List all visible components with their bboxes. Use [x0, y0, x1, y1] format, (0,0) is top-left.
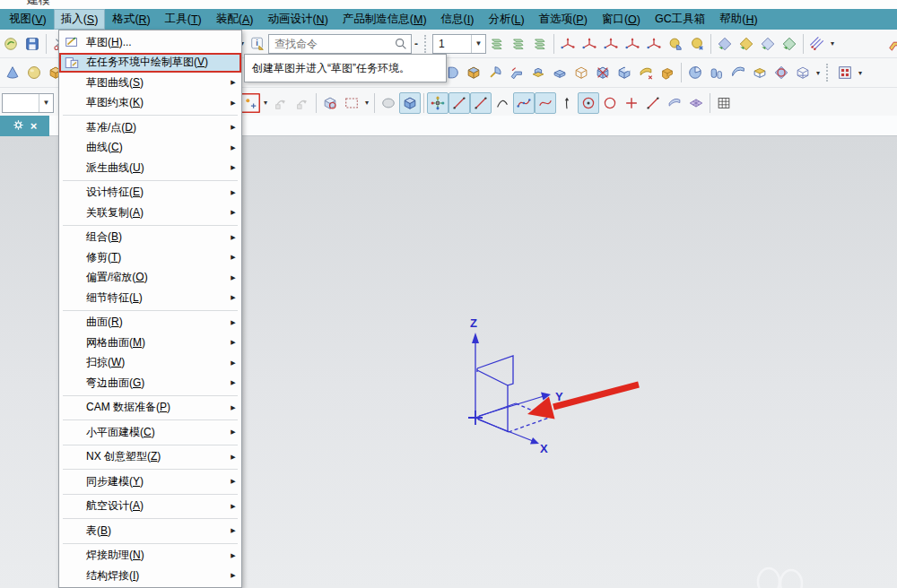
menu-item-R[interactable]: 曲面(R)▶ [59, 313, 241, 333]
datum-plane-icon[interactable] [622, 33, 643, 55]
touch-select-icon[interactable] [319, 92, 341, 114]
redo-disabled-icon[interactable] [270, 92, 292, 114]
shaded-cube-view-icon[interactable] [792, 62, 814, 83]
menu-item-U[interactable]: 派生曲线(U)▶ [59, 158, 241, 178]
table-grid-icon[interactable] [713, 92, 735, 114]
sphere-primitive-icon[interactable] [23, 62, 45, 83]
menubar-item-I[interactable]: 信息(I) [434, 9, 482, 30]
feature-more-dropdown-icon[interactable]: ▾ [814, 69, 823, 77]
menu-item-O[interactable]: 偏置/缩放(O)▶ [59, 268, 241, 289]
menu-item-Z[interactable]: NX 创意塑型(Z)▶ [59, 447, 241, 468]
csys-orient-icon[interactable] [643, 33, 665, 55]
menu-item-A[interactable]: 关联复制(A)▶ [59, 203, 241, 223]
sketch-plane-combo[interactable]: ▼ [2, 93, 54, 113]
section-view-icon[interactable] [806, 33, 828, 55]
named-view-side-icon[interactable] [757, 33, 779, 55]
navigator-panel-tab[interactable]: × [0, 116, 49, 136]
datum-csys-icon[interactable] [557, 33, 579, 55]
circle-icon[interactable] [599, 92, 621, 114]
menu-item-C[interactable]: 小平面建模(C)▶ [59, 422, 241, 443]
menu-item-W[interactable]: 扫掠(W)▶ [59, 353, 241, 374]
point-icon[interactable] [621, 92, 642, 114]
line-icon[interactable] [470, 92, 492, 114]
menubar-item-T[interactable]: 工具(T) [158, 9, 209, 30]
menubar-item-A[interactable]: 装配(A) [209, 9, 261, 30]
arc-icon[interactable] [492, 92, 513, 114]
studio-spline-icon[interactable] [513, 92, 535, 114]
menu-item-G[interactable]: 弯边曲面(G)▶ [59, 373, 241, 393]
toolbar-drag-handle[interactable] [424, 35, 429, 53]
select-mode-dropdown-icon[interactable]: ▾ [362, 99, 371, 107]
menu-item-T[interactable]: 修剪(T)▶ [59, 247, 241, 268]
window-layout-icon[interactable] [834, 62, 856, 83]
revolve-icon[interactable] [484, 62, 506, 83]
command-search-box[interactable] [268, 34, 412, 54]
menu-item-K[interactable]: 草图约束(K)▶ [59, 93, 241, 114]
menubar-item-P[interactable]: 首选项(P) [532, 9, 595, 30]
menu-item-E[interactable]: 设计特征(E)▶ [59, 183, 241, 203]
subtract-icon[interactable] [592, 62, 614, 83]
menu-item-A[interactable]: 航空设计(A)▶ [59, 497, 241, 517]
solid-body-select-icon[interactable] [399, 92, 421, 114]
view-rotate-icon[interactable] [686, 33, 708, 55]
datum-point-icon[interactable] [579, 33, 600, 55]
swept-sheet-icon[interactable] [727, 62, 749, 83]
menu-item-D[interactable]: 基准/点(D)▶ [59, 117, 241, 138]
search-icon[interactable] [393, 36, 409, 52]
sketch-plane-combo-arrow-icon[interactable]: ▼ [39, 94, 53, 112]
mesh-surface-icon[interactable] [685, 92, 707, 114]
section-view-dropdown-icon[interactable]: ▾ [828, 39, 837, 48]
paste-disabled-icon[interactable] [292, 92, 313, 114]
menubar-item-R[interactable]: 格式(R) [105, 9, 157, 30]
menu-item-H[interactable]: 草图(H)... [59, 32, 241, 53]
named-view-iso-icon[interactable] [779, 33, 800, 55]
toolbar-drag-handle[interactable] [826, 64, 831, 82]
open-icon[interactable] [0, 33, 22, 55]
menu-item-L[interactable]: 细节特征(L)▶ [59, 288, 241, 308]
menu-item-P[interactable]: CAM 数据准备(P)▶ [59, 398, 241, 419]
pad-icon[interactable] [527, 62, 549, 83]
menubar-item-O[interactable]: 窗口(O) [595, 9, 648, 30]
layer-visible-in-view-icon[interactable] [508, 33, 529, 55]
menu-item-S[interactable]: 草图曲线(S)▶ [59, 73, 241, 93]
menubar-item-GC工具箱[interactable]: GC工具箱 [648, 9, 712, 30]
menu-item-Y[interactable]: 同步建模(Y)▶ [59, 471, 241, 492]
fit-curve-icon[interactable] [535, 92, 556, 114]
block-feature-icon[interactable] [570, 62, 592, 83]
minimize-search-dash[interactable]: - [414, 38, 418, 50]
gear-icon[interactable] [13, 119, 24, 134]
command-finder-tip-icon[interactable]: i [247, 33, 268, 55]
close-icon[interactable]: × [30, 120, 38, 132]
edge-clipped-tool-icon[interactable] [884, 33, 897, 55]
unite-icon[interactable] [614, 62, 635, 83]
surface-icon[interactable] [664, 92, 685, 114]
menu-item-I[interactable]: 结构焊接(I)▶ [59, 566, 241, 586]
point-axis-icon[interactable] [556, 92, 578, 114]
menubar-item-N[interactable]: 动画设计(N) [260, 9, 335, 30]
pocket-icon[interactable] [657, 62, 678, 83]
line2-icon[interactable] [642, 92, 664, 114]
menubar-item-L[interactable]: 分析(L) [481, 9, 531, 30]
sphere-cut-icon[interactable] [684, 62, 706, 83]
menu-item-N[interactable]: 焊接助理(N)▶ [59, 546, 241, 566]
named-view-top-icon[interactable] [736, 33, 757, 55]
layer-settings-icon[interactable] [486, 33, 508, 55]
cone-primitive-icon[interactable] [2, 62, 23, 83]
wrap-geometry-icon[interactable] [771, 62, 792, 83]
rectangle-select-icon[interactable] [341, 92, 362, 114]
flange-icon[interactable] [506, 62, 527, 83]
menu-item-B[interactable]: 组合(B)▶ [59, 228, 241, 248]
menubar-item-V[interactable]: 视图(V) [2, 9, 54, 30]
menu-item-V[interactable]: 在任务环境中绘制草图(V) [59, 53, 241, 74]
view-layer-combo-arrow-icon[interactable]: ▼ [471, 35, 485, 53]
datum-axis-icon[interactable] [600, 33, 622, 55]
save-icon[interactable] [22, 33, 43, 55]
ruled-sheet-icon[interactable] [749, 62, 771, 83]
menubar-item-S[interactable]: 插入(S) [54, 9, 106, 30]
shaded-object-icon[interactable] [378, 92, 399, 114]
profile-icon[interactable] [448, 92, 470, 114]
menu-item-B[interactable]: 表(B)▶ [59, 521, 241, 541]
boss-icon[interactable] [463, 62, 484, 83]
menu-item-C[interactable]: 曲线(C)▶ [59, 138, 241, 159]
sheet-flip-icon[interactable] [635, 62, 657, 83]
